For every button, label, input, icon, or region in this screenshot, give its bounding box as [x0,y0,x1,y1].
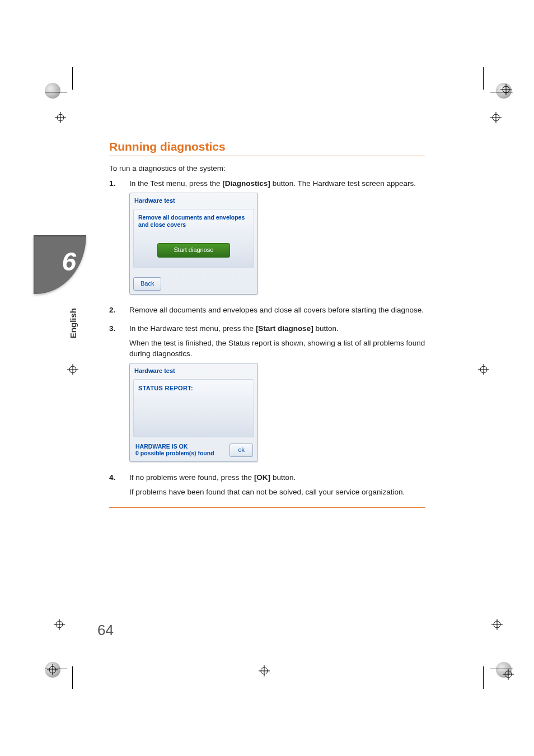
page-number: 64 [97,622,114,639]
hardware-test-screenshot-1: Hardware test Remove all documents and e… [129,193,258,295]
step-text: In the Test menu, press the [Diagnostics… [129,178,425,189]
step-text: In the Hardware test menu, press the [St… [129,323,425,334]
steps-list: 1. In the Test menu, press the [Diagnost… [109,178,425,501]
registration-mark-icon [500,84,512,95]
step-text-bold: [Diagnostics] [222,179,270,188]
back-button[interactable]: Back [133,277,161,291]
screenshot-title: Hardware test [130,363,257,377]
chapter-tab-shape: 6 [34,235,86,294]
crop-guide [483,67,484,90]
step-number: 3. [109,323,119,468]
step-number: 4. [109,472,119,501]
step-text-bold: [Start diagnose] [256,324,313,333]
status-report-label: STATUS REPORT: [138,384,249,393]
step-text-line2: When the test is finished, the Status re… [129,338,425,360]
step-text-before: In the Hardware test menu, press the [129,324,256,333]
registration-mark-icon [503,669,514,680]
crop-guide [45,92,67,92]
section-end-rule [109,507,425,508]
step-text-after: button. [270,473,296,482]
step-item: 4. If no problems were found, press the … [109,472,425,501]
instr-line: and close covers [138,221,186,228]
screenshot-title: Hardware test [130,193,257,207]
chapter-tab: 6 English [34,235,86,347]
registration-mark-icon [259,665,270,676]
step-item: 1. In the Test menu, press the [Diagnost… [109,178,425,300]
language-label: English [68,308,79,338]
step-text-before: If no problems were found, press the [129,473,254,482]
manual-page: 6 English Running diagnostics To run a d… [0,0,534,756]
decorative-dot [45,83,60,99]
step-text-after: button. The Hardware test screen appears… [270,179,416,188]
screenshot-footer: HARDWARE IS OK 0 possible problem(s) fou… [130,441,257,461]
hardware-test-screenshot-2: Hardware test STATUS REPORT: HARDWARE IS… [129,363,258,462]
screenshot-panel: Remove all documents and envelopes and c… [133,209,254,268]
crop-guide [72,67,73,90]
status-line: HARDWARE IS OK [135,443,188,450]
registration-mark-icon [67,364,78,375]
registration-mark-icon [490,112,502,123]
step-text-line2: If problems have been found that can not… [129,487,425,498]
step-number: 1. [109,178,119,300]
step-number: 2. [109,305,119,319]
page-content: Running diagnostics To run a diagnostics… [109,140,425,508]
registration-mark-icon [478,364,489,375]
screenshot-instruction: Remove all documents and envelopes and c… [138,214,249,228]
crop-guide [483,666,484,689]
instr-line: Remove all documents and envelopes [138,214,245,221]
status-summary: HARDWARE IS OK 0 possible problem(s) fou… [135,443,214,457]
step-text-before: In the Test menu, press the [129,179,222,188]
step-item: 3. In the Hardware test menu, press the … [109,323,425,468]
status-report-body [138,393,249,432]
registration-mark-icon [45,666,56,678]
registration-mark-icon [491,619,503,630]
lead-paragraph: To run a diagnostics of the system: [109,164,425,172]
screenshot-panel: STATUS REPORT: [133,379,254,437]
registration-mark-icon [55,112,66,123]
section-heading: Running diagnostics [109,140,425,156]
status-line: 0 possible problem(s) found [135,450,214,456]
crop-guide [72,666,73,689]
ok-button[interactable]: ok [229,444,253,457]
screenshot-footer: Back [130,272,257,294]
start-diagnose-button[interactable]: Start diagnose [157,243,230,258]
step-item: 2. Remove all documents and envelopes an… [109,305,425,319]
chapter-number: 6 [62,246,76,277]
registration-mark-icon [54,619,65,630]
step-text-after: button. [313,324,339,333]
step-text-bold: [OK] [254,473,270,482]
step-text-before: Remove all documents and envelopes and c… [129,306,424,314]
step-text: Remove all documents and envelopes and c… [129,305,425,316]
step-text: If no problems were found, press the [OK… [129,472,425,483]
